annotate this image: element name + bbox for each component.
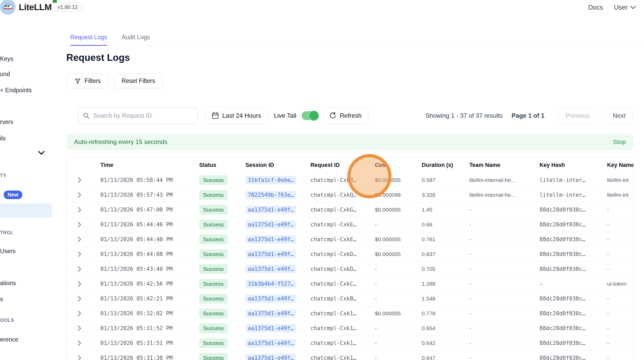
user-menu[interactable]: User [614,4,636,11]
cell-key-name: - [607,266,634,272]
chevron-right-icon[interactable] [77,266,81,272]
cell-cost: - [375,325,422,331]
cell-request-id: chatcmpl-CxkD… [310,251,375,257]
sidebar-section-access-control: TROL [0,230,14,235]
filters-button[interactable]: Filters [67,74,108,88]
cell-request-id: chatcmpl-CxkG… [310,207,375,213]
chevron-right-icon[interactable] [77,340,81,346]
refresh-icon [329,112,336,119]
row-expand-button[interactable] [67,281,100,287]
sidebar-item-organizations[interactable]: ations [0,280,16,287]
chevron-right-icon[interactable] [77,325,81,331]
sidebar-item-servers[interactable]: rvers [0,119,13,126]
next-page-button[interactable]: Next [605,108,633,123]
cell-session-id: aa1375d1-e49f… [245,220,310,229]
session-id-link[interactable]: aa1375d1-e49f… [245,235,296,244]
stop-auto-refresh-link[interactable]: Stop [613,138,626,146]
cell-request-id: chatcmpl-Cxk1… [310,310,375,317]
sidebar-nav: Keys und + Endpoints rvers ils TY New TR… [0,15,53,360]
cell-key-name: - [607,236,634,243]
reset-filters-label: Reset Filters [122,77,155,84]
refresh-button[interactable]: Refresh [323,107,368,124]
reset-filters-button[interactable]: Reset Filters [114,74,163,88]
session-id-link[interactable]: 31bfa1cf-0ebe… [245,176,296,184]
search-input[interactable] [93,112,193,119]
session-id-link[interactable]: aa1375d1-e49f… [245,206,296,214]
session-id-link[interactable]: aa1375d1-e49f… [245,220,296,229]
table-row: 01/13/2026 05:31:52 PMSuccessaa1375d1-e4… [67,321,633,336]
docs-link[interactable]: Docs [588,4,603,11]
search-icon [83,112,90,119]
chevron-right-icon[interactable] [77,236,81,243]
session-id-link[interactable]: 31b3b4b4-f527… [245,280,296,288]
status-badge: Success [199,264,227,274]
table-row: 01/13/2026 05:42:56 PMSuccess31b3b4b4-f5… [67,276,633,291]
session-id-link[interactable]: aa1375d1-e49f… [245,309,296,318]
sidebar-item-logs-selected[interactable] [0,204,52,218]
cell-key-hash: 88dc28d0f030c… [539,221,607,228]
row-expand-button[interactable] [67,310,100,317]
table-row: 01/13/2026 05:57:43 PMSuccess7022549b-76… [67,187,633,202]
tab-request-logs[interactable]: Request Logs [70,34,107,46]
sidebar-item-keys[interactable]: Keys [0,55,13,62]
logs-toolbar: Last 24 Hours Live Tail Refresh Showing … [78,107,633,124]
tab-audit-logs[interactable]: Audit Logs [122,34,150,46]
new-badge: New [4,191,22,199]
cell-time: 01/13/2026 05:31:38 PM [100,355,199,360]
chevron-right-icon[interactable] [77,192,81,198]
col-key-name: Key Name [607,162,634,168]
row-expand-button[interactable] [67,340,100,346]
cell-time: 01/13/2026 05:57:43 PM [100,192,199,198]
session-id-link[interactable]: aa1375d1-e49f… [245,339,296,347]
cell-duration: 0.705 [422,266,469,272]
row-expand-button[interactable] [67,325,100,331]
cell-session-id: aa1375d1-e49f… [245,250,310,258]
row-expand-button[interactable] [67,207,100,213]
previous-page-button[interactable]: Previous [558,108,597,123]
chevron-right-icon[interactable] [77,355,81,360]
request-logs-table: Time Status Session ID Request ID Cost D… [66,157,634,360]
session-id-link[interactable]: aa1375d1-e49f… [245,265,296,273]
row-expand-button[interactable] [67,296,100,302]
chevron-right-icon[interactable] [77,177,81,183]
row-expand-button[interactable] [67,355,100,360]
row-expand-button[interactable] [67,236,100,243]
session-id-link[interactable]: 7022549b-763e… [245,191,296,199]
session-id-link[interactable]: aa1375d1-e49f… [245,324,296,332]
row-expand-button[interactable] [67,192,100,198]
sidebar-item-teams[interactable]: s [0,296,3,303]
session-id-link[interactable]: aa1375d1-e49f… [245,294,296,303]
row-expand-button[interactable] [67,177,100,183]
cell-key-hash: 88dc28d0f030c… [539,251,607,257]
sidebar-item-api-reference[interactable]: erence [0,336,18,343]
row-expand-button[interactable] [67,221,100,228]
session-id-link[interactable]: aa1375d1-e49f… [245,354,296,360]
sidebar-item-guardrails[interactable]: ils [0,135,6,142]
litellm-logo [0,0,16,15]
status-badge: Success [199,323,227,333]
sidebar-collapse-chevron-icon[interactable] [38,151,45,155]
cell-duration: 0.587 [422,177,469,183]
chevron-right-icon[interactable] [77,281,81,287]
time-range-button[interactable]: Last 24 Hours [205,107,268,124]
col-request-id: Request ID [310,162,375,168]
row-expand-button[interactable] [67,266,100,272]
session-id-link[interactable]: aa1375d1-e49f… [245,250,296,258]
cell-cost: - [375,340,422,346]
chevron-right-icon[interactable] [77,296,81,302]
chevron-right-icon[interactable] [77,310,81,317]
cell-request-id: chatcmpl-CxkC… [310,281,375,287]
sidebar-item-playground[interactable]: und [0,71,10,78]
sidebar-item-models-endpoints[interactable]: + Endpoints [0,87,32,94]
table-header-row: Time Status Session ID Request ID Cost D… [67,158,633,173]
row-expand-button[interactable] [67,251,100,257]
cell-team-name: - [469,355,539,360]
chevron-right-icon[interactable] [77,251,81,257]
live-tail-toggle[interactable] [302,111,318,120]
toggle-knob [309,110,319,121]
chevron-right-icon[interactable] [77,221,81,228]
chevron-right-icon[interactable] [77,207,81,213]
page-title: Request Logs [66,52,130,63]
cell-key-hash: litellm-inter… [539,177,607,183]
sidebar-item-users[interactable]: Users [0,248,16,255]
